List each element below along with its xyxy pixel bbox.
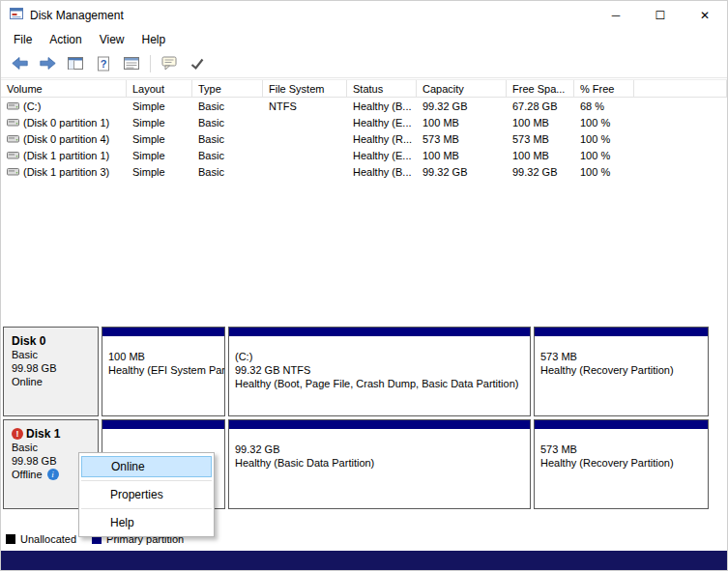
- disk0-status: Online: [12, 375, 43, 388]
- menubar: File Action View Help: [1, 30, 727, 49]
- col-status[interactable]: Status: [347, 80, 417, 97]
- info-icon[interactable]: [47, 469, 59, 480]
- cell-layout: Simple: [127, 100, 192, 112]
- partition-status: Healthy (Recovery Partition): [540, 456, 708, 470]
- table-row[interactable]: (Disk 0 partition 1) Simple Basic Health…: [1, 114, 727, 130]
- cell-volume: (Disk 1 partition 3): [23, 166, 109, 178]
- cell-volume: (Disk 0 partition 1): [23, 117, 109, 128]
- forward-arrow-icon[interactable]: [38, 55, 57, 72]
- check-icon[interactable]: [188, 55, 207, 72]
- primary-partition-band: [102, 420, 224, 429]
- cell-free: 100 MB: [507, 117, 574, 128]
- cell-free: 99.32 GB: [507, 166, 574, 178]
- disk0-header[interactable]: Disk 0 Basic 99.98 GB Online: [3, 327, 99, 416]
- context-menu-item-properties[interactable]: Properties: [81, 484, 212, 505]
- cell-capacity: 99.32 GB: [417, 100, 507, 112]
- table-row[interactable]: (Disk 1 partition 1) Simple Basic Health…: [1, 147, 727, 163]
- col-file-system[interactable]: File System: [263, 80, 347, 97]
- col-pct-free[interactable]: % Free: [574, 80, 634, 97]
- primary-partition-band: [535, 420, 708, 429]
- cell-volume: (C:): [23, 100, 41, 112]
- disk0-partition-recovery[interactable]: 573 MB Healthy (Recovery Partition): [534, 327, 709, 416]
- cell-layout: Simple: [127, 133, 192, 145]
- legend-unallocated: Unallocated: [6, 533, 76, 545]
- tooltip-icon[interactable]: [160, 55, 179, 72]
- col-layout[interactable]: Layout: [127, 80, 192, 97]
- partition-status: Healthy (EFI System Partition): [108, 363, 224, 377]
- cell-fs: NTFS: [263, 100, 347, 112]
- primary-partition-band: [102, 328, 224, 336]
- minimize-button[interactable]: ─: [594, 1, 638, 30]
- maximize-button[interactable]: ☐: [638, 1, 683, 30]
- volume-list: Volume Layout Type File System Status Ca…: [1, 79, 727, 180]
- cell-layout: Simple: [127, 166, 192, 178]
- partition-size: 99.32 GB: [235, 443, 530, 456]
- cell-status: Healthy (E...: [347, 117, 417, 128]
- window-controls: ─ ☐ ✕: [594, 1, 727, 30]
- help-icon[interactable]: ?: [94, 55, 113, 72]
- disk0-name: Disk 0: [12, 334, 45, 348]
- primary-partition-band: [229, 420, 530, 429]
- cell-pct: 100 %: [574, 117, 634, 128]
- volume-list-header: Volume Layout Type File System Status Ca…: [1, 79, 727, 98]
- toolbar-separator: [150, 55, 151, 72]
- taskbar[interactable]: [1, 551, 728, 571]
- cell-pct: 100 %: [574, 166, 634, 178]
- disk0-row: Disk 0 Basic 99.98 GB Online 100 MB Heal…: [3, 327, 727, 416]
- table-row[interactable]: (Disk 0 partition 4) Simple Basic Health…: [1, 130, 727, 147]
- partition-title: (C:): [235, 350, 530, 363]
- col-capacity[interactable]: Capacity: [417, 80, 507, 97]
- cell-volume: (Disk 1 partition 1): [23, 150, 109, 161]
- legend-label: Unallocated: [20, 533, 76, 545]
- partition-size: 573 MB: [540, 443, 708, 456]
- table-row[interactable]: (C:) Simple Basic NTFS Healthy (B... 99.…: [1, 98, 727, 114]
- cell-volume: (Disk 0 partition 4): [23, 133, 109, 145]
- cell-free: 100 MB: [507, 150, 574, 161]
- context-menu-item-help[interactable]: Help: [81, 512, 212, 533]
- close-button[interactable]: ✕: [683, 1, 727, 30]
- disk1-partition-data[interactable]: 99.32 GB Healthy (Basic Data Partition): [228, 419, 531, 509]
- cell-status: Healthy (B...: [347, 166, 417, 178]
- disk0-partition-c[interactable]: (C:) 99.32 GB NTFS Healthy (Boot, Page F…: [228, 327, 531, 416]
- menu-file[interactable]: File: [5, 31, 41, 48]
- partition-size: 573 MB: [540, 350, 708, 363]
- col-type[interactable]: Type: [192, 80, 263, 97]
- menu-view[interactable]: View: [91, 31, 133, 48]
- cell-pct: 100 %: [574, 150, 634, 161]
- menu-help[interactable]: Help: [133, 31, 175, 48]
- back-arrow-icon[interactable]: [10, 55, 29, 72]
- cell-capacity: 99.32 GB: [417, 166, 507, 178]
- context-menu: Online Properties Help: [78, 452, 215, 537]
- cell-free: 67.28 GB: [507, 100, 574, 112]
- disk-error-icon: [12, 428, 23, 440]
- partition-size: 100 MB: [108, 350, 224, 363]
- primary-partition-band: [535, 328, 708, 336]
- cell-layout: Simple: [127, 150, 192, 161]
- col-free-space[interactable]: Free Spa...: [507, 80, 574, 97]
- menu-separator: [81, 508, 212, 509]
- cell-free: 573 MB: [507, 133, 574, 145]
- cell-status: Healthy (E...: [347, 150, 417, 161]
- disk0-partition-efi[interactable]: 100 MB Healthy (EFI System Partition): [102, 327, 225, 416]
- context-menu-item-online[interactable]: Online: [81, 456, 212, 477]
- drive-icon: [7, 100, 19, 111]
- disk1-name: Disk 1: [26, 427, 60, 441]
- export-list-icon[interactable]: [122, 55, 141, 72]
- disk1-partition-recovery[interactable]: 573 MB Healthy (Recovery Partition): [534, 419, 709, 509]
- titlebar: Disk Management ─ ☐ ✕: [1, 1, 727, 30]
- svg-text:?: ?: [101, 58, 107, 70]
- console-tree-icon[interactable]: [66, 55, 85, 72]
- disk0-size: 99.98 GB: [12, 361, 98, 375]
- cell-capacity: 573 MB: [417, 133, 507, 145]
- drive-icon: [7, 150, 19, 160]
- col-volume[interactable]: Volume: [1, 80, 127, 97]
- table-row[interactable]: (Disk 1 partition 3) Simple Basic Health…: [1, 163, 727, 180]
- cell-status: Healthy (R...: [347, 133, 417, 145]
- window-title: Disk Management: [30, 9, 124, 22]
- cell-type: Basic: [192, 133, 263, 145]
- menu-action[interactable]: Action: [41, 31, 90, 48]
- cell-type: Basic: [192, 150, 263, 161]
- unallocated-swatch: [6, 534, 15, 544]
- primary-partition-band: [229, 328, 530, 336]
- disk1-status: Offline: [12, 468, 43, 481]
